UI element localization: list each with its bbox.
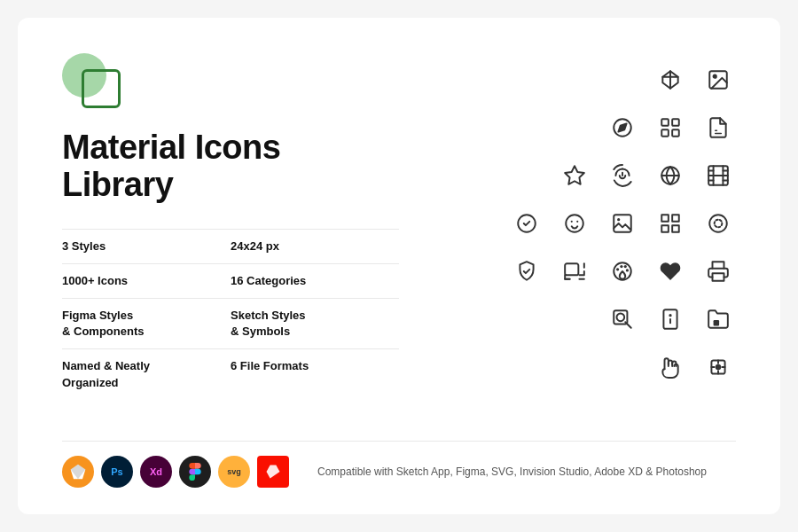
icon-empty-4 xyxy=(509,110,544,145)
spec-formats-value: 6 File Formats xyxy=(231,358,399,374)
icon-empty-3 xyxy=(605,62,640,98)
icon-file xyxy=(700,110,736,145)
svg-point-36 xyxy=(626,269,629,271)
icon-empty-6 xyxy=(509,158,544,193)
icon-empty-10 xyxy=(557,349,592,385)
icon-photo xyxy=(605,206,640,241)
icon-empty-2 xyxy=(557,62,592,98)
spec-named: Named & NeatlyOrganized xyxy=(62,348,231,399)
spec-sketch-value: Sketch Styles& Symbols xyxy=(231,308,399,340)
icon-empty-1 xyxy=(509,62,544,98)
svg-point-21 xyxy=(571,221,573,223)
icon-empty-14 xyxy=(605,397,640,433)
svg-rect-25 xyxy=(661,215,669,222)
icon-adjust xyxy=(700,206,736,241)
app-logos: Ps Xd svg xyxy=(62,456,289,488)
svg-point-20 xyxy=(566,215,583,232)
svg-point-46 xyxy=(716,364,722,371)
spec-categories-value: 16 Categories xyxy=(231,273,399,289)
svg-point-33 xyxy=(616,268,619,270)
icon-check-circle xyxy=(509,206,544,241)
icon-film xyxy=(700,158,736,193)
ps-logo: Ps xyxy=(101,456,133,488)
xd-logo: Xd xyxy=(140,456,172,488)
spec-size: 24x24 px xyxy=(231,229,399,263)
spec-sketch: Sketch Styles& Symbols xyxy=(231,298,399,348)
icon-settings xyxy=(653,110,688,145)
svg-logo: svg xyxy=(218,456,250,488)
icon-star xyxy=(557,158,592,193)
icon-hand xyxy=(653,349,688,385)
svg-rect-44 xyxy=(714,320,720,326)
icon-globe xyxy=(653,158,688,193)
icon-empty-5 xyxy=(557,110,592,145)
svg-point-24 xyxy=(617,218,620,221)
svg-rect-27 xyxy=(672,225,679,232)
svg-point-30 xyxy=(715,220,723,228)
icon-shield xyxy=(509,254,544,289)
sketch-logo xyxy=(62,456,94,488)
logo-square xyxy=(82,69,121,108)
icon-empty-11 xyxy=(605,349,640,385)
icon-empty-13 xyxy=(557,397,592,433)
icon-heart xyxy=(653,254,688,289)
icon-print xyxy=(700,254,736,289)
svg-rect-6 xyxy=(672,129,679,137)
svg-rect-7 xyxy=(661,129,669,137)
spec-categories: 16 Categories xyxy=(231,263,399,298)
svg-point-34 xyxy=(620,265,622,268)
main-container: Material Icons Library 3 Styles 24x24 px… xyxy=(0,0,798,532)
adobe-logo xyxy=(257,456,289,488)
card: Material Icons Library 3 Styles 24x24 px… xyxy=(18,18,780,514)
svg-marker-52 xyxy=(71,465,86,480)
svg-rect-37 xyxy=(713,273,724,281)
svg-point-1 xyxy=(714,75,716,78)
icon-empty-7 xyxy=(509,301,544,337)
icon-search xyxy=(605,301,640,337)
icons-grid xyxy=(509,62,736,433)
icon-grid xyxy=(653,206,688,241)
svg-point-29 xyxy=(709,215,727,232)
top-section: Material Icons Library 3 Styles 24x24 px… xyxy=(62,53,736,441)
spec-icons: 1000+ Icons xyxy=(62,263,231,298)
svg-point-35 xyxy=(624,265,627,268)
svg-line-39 xyxy=(625,322,631,328)
main-title: Material Icons Library xyxy=(62,129,399,204)
svg-point-40 xyxy=(617,314,625,322)
icon-empty-8 xyxy=(557,301,592,337)
right-section xyxy=(399,53,736,441)
icon-empty-12 xyxy=(509,397,544,433)
left-section: Material Icons Library 3 Styles 24x24 px… xyxy=(62,53,399,441)
icon-cast xyxy=(557,254,592,289)
spec-figma: Figma Styles& Components xyxy=(62,298,231,348)
bottom-section: Ps Xd svg xyxy=(62,441,736,488)
icon-brightness xyxy=(700,349,736,385)
svg-rect-28 xyxy=(661,225,669,232)
svg-marker-3 xyxy=(618,123,626,131)
figma-logo xyxy=(179,456,211,488)
spec-figma-label: Figma Styles& Components xyxy=(62,308,231,340)
svg-rect-4 xyxy=(661,119,669,126)
spec-named-label: Named & NeatlyOrganized xyxy=(62,358,231,390)
compatibility-text: Compatible with Sketch App, Figma, SVG, … xyxy=(317,464,707,480)
svg-rect-5 xyxy=(672,119,679,126)
svg-point-22 xyxy=(576,221,578,223)
icon-opacity xyxy=(653,62,688,98)
svg-marker-8 xyxy=(565,166,584,184)
svg-rect-26 xyxy=(672,215,679,222)
spec-formats: 6 File Formats xyxy=(231,348,399,399)
icon-empty-9 xyxy=(509,349,544,385)
specs-grid: 3 Styles 24x24 px 1000+ Icons 16 Categor… xyxy=(62,229,399,400)
icon-color-lens xyxy=(605,254,640,289)
spec-size-value: 24x24 px xyxy=(231,239,399,254)
spec-icons-label: 1000+ Icons xyxy=(62,273,231,289)
icon-compass xyxy=(605,110,640,145)
svg-rect-23 xyxy=(614,215,631,232)
svg-rect-31 xyxy=(565,263,578,275)
icon-empty-15 xyxy=(653,397,688,433)
spec-styles: 3 Styles xyxy=(62,229,231,263)
logo-area xyxy=(62,53,133,115)
spec-styles-label: 3 Styles xyxy=(62,239,231,254)
icon-face xyxy=(557,206,592,241)
icon-info xyxy=(653,301,688,337)
